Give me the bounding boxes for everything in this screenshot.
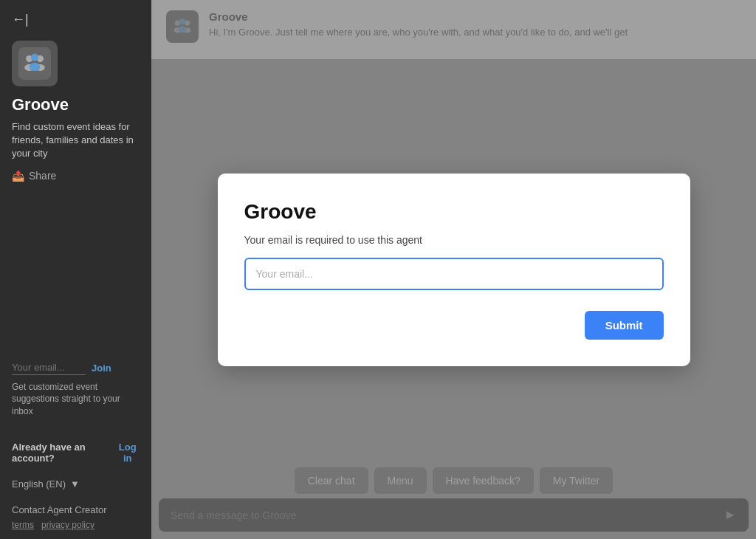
- svg-point-5: [31, 54, 38, 61]
- email-section: Join Get customized event suggestions st…: [12, 362, 140, 430]
- share-label: Share: [29, 170, 56, 182]
- modal-email-input[interactable]: [244, 258, 664, 290]
- legal-links: terms privacy policy: [12, 520, 140, 530]
- share-button[interactable]: 📤 Share: [12, 170, 140, 182]
- share-icon: 📤: [12, 170, 24, 182]
- modal-overlay: Groove Your email is required to use thi…: [151, 0, 756, 539]
- join-button[interactable]: Join: [92, 363, 111, 374]
- svg-point-6: [30, 63, 41, 71]
- sidebar-email-input[interactable]: [12, 362, 86, 375]
- sidebar-agent-name: Groove: [12, 95, 140, 114]
- language-label: English (EN): [12, 478, 66, 490]
- contact-creator-link[interactable]: Contact Agent Creator: [12, 504, 140, 515]
- account-text: Already have an account?: [12, 442, 111, 464]
- submit-button[interactable]: Submit: [585, 311, 664, 340]
- modal-footer: Submit: [244, 311, 664, 340]
- avatar: [12, 41, 58, 86]
- chevron-down-icon: ▼: [70, 478, 80, 490]
- account-row: Already have an account? Log in: [12, 442, 140, 464]
- modal-title: Groove: [244, 200, 664, 224]
- email-modal: Groove Your email is required to use thi…: [218, 174, 690, 366]
- login-button[interactable]: Log in: [115, 442, 140, 464]
- subscription-text: Get customized event suggestions straigh…: [12, 381, 140, 418]
- modal-subtitle: Your email is required to use this agent: [244, 234, 664, 246]
- back-button[interactable]: ←|: [12, 12, 140, 27]
- sidebar-agent-description: Find custom event ideas for friends, fam…: [12, 120, 140, 161]
- privacy-link[interactable]: privacy policy: [41, 520, 94, 530]
- sidebar: ←| Groove Find custom event ideas for fr…: [0, 0, 151, 539]
- terms-link[interactable]: terms: [12, 520, 34, 530]
- main-content: Groove Hi, I'm Groove. Just tell me wher…: [151, 0, 756, 539]
- language-selector[interactable]: English (EN) ▼: [12, 478, 140, 490]
